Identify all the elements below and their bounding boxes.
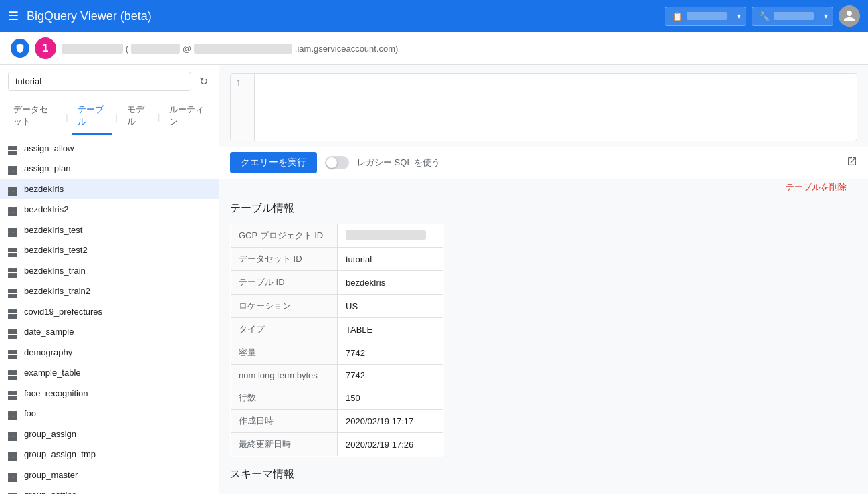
sidebar-tabs: データセット | テーブル | モデル | ルーティン	[0, 98, 219, 135]
row-value: TABLE	[338, 318, 444, 341]
table-grid-icon	[8, 141, 19, 155]
table-grid-icon	[8, 468, 19, 482]
delete-table-button[interactable]: テーブルを削除	[786, 179, 857, 193]
row-label: データセット ID	[231, 248, 338, 271]
blurred-value	[346, 230, 426, 240]
info-table: GCP プロジェクト ID データセット ID tutorial テーブル ID…	[230, 224, 444, 457]
wrench-icon: 🔧	[759, 11, 770, 21]
row-label: 最終更新日時	[231, 433, 338, 457]
item-label: bezdekIris2	[24, 204, 68, 214]
table-grid-icon	[8, 305, 19, 319]
item-label: assign_allow	[24, 143, 74, 153]
item-label: group_assign	[24, 429, 76, 439]
table-grid-icon	[8, 386, 19, 400]
app-title: BigQuery Viewer (beta)	[27, 9, 657, 23]
list-item[interactable]: date_sample	[0, 322, 219, 343]
row-label: num long term bytes	[231, 365, 338, 386]
tab-divider-3: |	[158, 112, 160, 122]
list-item[interactable]: bezdekIris_train2	[0, 281, 219, 302]
header-dropdown2[interactable]: 🔧	[752, 7, 833, 26]
content-area: 1 クエリーを実行 レガシー SQL を使う テーブルを削除 テーブル情報	[219, 65, 868, 494]
email-suffix: .iam.gserviceaccount.com)	[295, 44, 399, 54]
table-row: テーブル ID bezdekIris	[231, 271, 444, 295]
item-label: group_master	[24, 470, 78, 480]
table-row: 最終更新日時 2020/02/19 17:26	[231, 433, 444, 457]
row-value: bezdekIris	[338, 271, 444, 295]
table-grid-icon	[8, 366, 19, 380]
header-right: 📋 🔧	[665, 5, 860, 27]
list-item[interactable]: group_setting	[0, 485, 219, 495]
item-label: bezdekIris_test	[24, 225, 82, 235]
legacy-sql-toggle[interactable]	[325, 156, 349, 169]
list-item[interactable]: assign_plan	[0, 159, 219, 179]
user-avatar[interactable]	[839, 5, 860, 27]
content-inner: 1 クエリーを実行 レガシー SQL を使う テーブルを削除 テーブル情報	[219, 73, 868, 494]
table-info-title: テーブル情報	[230, 201, 857, 216]
account-shield-icon	[11, 39, 29, 58]
row-value: US	[338, 295, 444, 318]
table-row: データセット ID tutorial	[231, 248, 444, 271]
external-link-button[interactable]	[847, 156, 857, 169]
list-item[interactable]: bezdekIris_train	[0, 260, 219, 281]
menu-icon[interactable]: ☰	[8, 9, 19, 23]
table-row: GCP プロジェクト ID	[231, 224, 444, 248]
dropdown1-value	[687, 12, 727, 20]
table-grid-icon	[8, 325, 19, 339]
list-item[interactable]: group_master	[0, 465, 219, 485]
account-bar: 1 ██████████ ( ████████ @ ██████████████…	[0, 32, 868, 65]
run-query-button[interactable]: クエリーを実行	[230, 152, 317, 173]
list-item[interactable]: covid19_prefectures	[0, 301, 219, 322]
query-toolbar: クエリーを実行 レガシー SQL を使う	[219, 147, 868, 179]
row-label: 容量	[231, 341, 338, 365]
table-row: 作成日時 2020/02/19 17:17	[231, 410, 444, 433]
item-label: group_setting	[24, 490, 77, 494]
list-item-selected[interactable]: bezdekIris	[0, 179, 219, 199]
list-item[interactable]: foo	[0, 404, 219, 424]
table-row: 行数 150	[231, 386, 444, 410]
table-grid-icon	[8, 264, 19, 278]
list-item[interactable]: bezdekIris_test	[0, 220, 219, 240]
tab-routine[interactable]: ルーティン	[164, 98, 211, 135]
list-item[interactable]: group_assign_tmp	[0, 444, 219, 465]
dropdown2-value	[774, 12, 814, 20]
project-select[interactable]: tutorial	[8, 72, 191, 91]
list-item[interactable]: group_assign	[0, 424, 219, 444]
delete-row: テーブルを削除	[230, 179, 857, 196]
table-grid-icon	[8, 162, 19, 176]
item-label: bezdekIris_test2	[24, 245, 88, 255]
row-value	[338, 224, 444, 248]
tab-model[interactable]: モデル	[122, 98, 154, 135]
tab-dataset[interactable]: データセット	[8, 98, 62, 135]
tab-table[interactable]: テーブル	[72, 98, 112, 135]
header-dropdown1[interactable]: 📋	[665, 7, 746, 26]
list-item[interactable]: assign_allow	[0, 138, 219, 159]
item-label: foo	[24, 408, 36, 418]
list-item[interactable]: example_table	[0, 363, 219, 384]
table-grid-icon	[8, 203, 19, 217]
list-item[interactable]: demography	[0, 342, 219, 363]
table-grid-icon	[8, 284, 19, 299]
schema-title: スキーマ情報	[230, 467, 857, 481]
query-area: 1	[230, 73, 857, 141]
refresh-button[interactable]: ↻	[197, 72, 211, 90]
row-value: 7742	[338, 341, 444, 365]
table-row: ロケーション US	[231, 295, 444, 318]
query-editor[interactable]	[255, 74, 857, 141]
header-dropdown1-wrapper: 📋	[665, 7, 746, 26]
table-grid-icon	[8, 489, 19, 495]
list-item[interactable]: bezdekIris_test2	[0, 240, 219, 261]
email-at: @	[183, 44, 194, 54]
header: ☰ BigQuery Viewer (beta) 📋 🔧	[0, 0, 868, 32]
row-value: tutorial	[338, 248, 444, 271]
list-item[interactable]: bezdekIris2	[0, 199, 219, 220]
table-grid-icon	[8, 427, 19, 441]
item-label: assign_plan	[24, 163, 70, 173]
table-grid-icon	[8, 407, 19, 421]
header-dropdown2-wrapper: 🔧	[752, 7, 833, 26]
email-blurred-domain: ████████████████	[194, 44, 292, 54]
list-item[interactable]: face_recognition	[0, 383, 219, 404]
item-label: bezdekIris_train2	[24, 286, 90, 296]
row-label: 作成日時	[231, 410, 338, 433]
main-layout: tutorial ↻ データセット | テーブル | モデル | ルーティン a…	[0, 65, 868, 494]
account-badge: 1	[35, 37, 56, 59]
